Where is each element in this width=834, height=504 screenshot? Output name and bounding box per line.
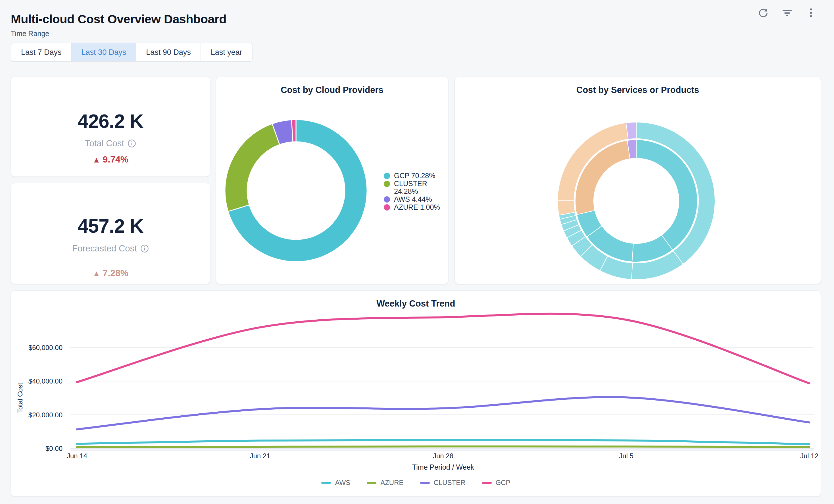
time-range-option-last-30-days[interactable]: Last 30 Days bbox=[72, 43, 137, 61]
legend-swatch bbox=[482, 482, 492, 484]
kpi-card-forecasted-cost: 457.2 K Forecasted Cost ▲7.28% bbox=[11, 183, 210, 284]
legend-item-azure[interactable]: AZURE 1.00% bbox=[384, 203, 442, 211]
chart-card-cost-by-services: Cost by Services or Products bbox=[455, 77, 821, 284]
kpi-card-total-cost: 426.2 K Total Cost ▲9.74% bbox=[11, 77, 210, 177]
sunburst-outer-segment-12 bbox=[626, 122, 636, 139]
legend-label: AZURE 1.00% bbox=[394, 203, 440, 211]
total-cost-delta: ▲9.74% bbox=[11, 154, 210, 165]
info-icon[interactable] bbox=[140, 244, 149, 253]
x-tick-label: Jun 14 bbox=[67, 452, 87, 460]
legend-swatch bbox=[367, 482, 376, 484]
forecasted-cost-label: Forecasted Cost bbox=[72, 243, 137, 254]
y-tick-label: $60,000.00 bbox=[28, 344, 63, 351]
time-range-option-last-7-days[interactable]: Last 7 Days bbox=[12, 43, 72, 61]
donut-segment-cluster bbox=[225, 124, 280, 211]
toolbar bbox=[758, 7, 816, 18]
x-tick-label: Jul 5 bbox=[619, 452, 633, 460]
legend-item-cluster[interactable]: CLUSTER 24.28% bbox=[384, 180, 442, 195]
y-tick-label: $0.00 bbox=[45, 445, 63, 452]
weekly-legend-item-gcp[interactable]: GCP bbox=[482, 479, 510, 487]
time-range-label: Time Range bbox=[11, 29, 49, 38]
chart-card-cost-by-cloud-providers: Cost by Cloud Providers GCP 70.28%CLUSTE… bbox=[216, 77, 448, 284]
more-vertical-icon[interactable] bbox=[806, 7, 816, 18]
time-range-option-last-90-days[interactable]: Last 90 Days bbox=[136, 43, 201, 61]
sunburst-outer-segment-10 bbox=[557, 200, 575, 215]
weekly-trend-line-chart[interactable]: $60,000.00$40,000.00$20,000.00$0.00Jun 1… bbox=[11, 291, 821, 496]
forecasted-cost-value: 457.2 K bbox=[11, 215, 210, 237]
up-triangle-icon: ▲ bbox=[93, 155, 101, 164]
y-tick-label: $20,000.00 bbox=[28, 411, 63, 419]
legend-label: GCP 70.28% bbox=[394, 172, 435, 179]
legend-item-gcp[interactable]: GCP 70.28% bbox=[384, 172, 442, 179]
legend-dot bbox=[384, 196, 390, 202]
y-axis-title: Total Cost bbox=[16, 383, 24, 413]
legend-dot bbox=[384, 204, 390, 211]
page-title: Multi-cloud Cost Overview Dashboard bbox=[11, 12, 226, 26]
chart-card-weekly-cost-trend: Weekly Cost Trend $60,000.00$40,000.00$2… bbox=[11, 290, 821, 497]
x-tick-label: Jun 21 bbox=[250, 452, 270, 460]
services-sunburst-chart[interactable] bbox=[455, 77, 821, 284]
legend-dot bbox=[384, 181, 390, 187]
time-range-button-group: Last 7 DaysLast 30 DaysLast 90 DaysLast … bbox=[11, 43, 253, 62]
legend-label: AWS 4.44% bbox=[394, 195, 432, 203]
refresh-icon[interactable] bbox=[758, 7, 769, 18]
x-tick-label: Jul 12 bbox=[800, 452, 818, 460]
weekly-legend-item-cluster[interactable]: CLUSTER bbox=[420, 479, 466, 487]
filter-icon[interactable] bbox=[782, 7, 792, 18]
legend-dot bbox=[384, 173, 390, 179]
x-axis-title: Time Period / Week bbox=[412, 463, 475, 471]
legend-label: CLUSTER bbox=[434, 479, 466, 487]
legend-swatch bbox=[321, 482, 331, 484]
providers-legend: GCP 70.28%CLUSTER 24.28%AWS 4.44%AZURE 1… bbox=[384, 172, 442, 211]
weekly-legend-item-azure[interactable]: AZURE bbox=[367, 479, 403, 487]
legend-item-aws[interactable]: AWS 4.44% bbox=[384, 195, 442, 203]
total-cost-label: Total Cost bbox=[85, 138, 124, 149]
total-cost-label-row: Total Cost bbox=[11, 138, 210, 149]
total-cost-value: 426.2 K bbox=[11, 110, 210, 132]
series-line-azure bbox=[77, 446, 809, 447]
forecasted-cost-label-row: Forecasted Cost bbox=[11, 243, 210, 254]
info-icon[interactable] bbox=[128, 139, 136, 148]
x-tick-label: Jun 28 bbox=[433, 452, 453, 460]
forecasted-cost-delta: ▲7.28% bbox=[11, 268, 210, 279]
legend-label: AWS bbox=[335, 479, 350, 487]
weekly-legend-item-aws[interactable]: AWS bbox=[321, 479, 350, 487]
series-line-aws bbox=[77, 440, 809, 444]
legend-label: GCP bbox=[496, 479, 510, 487]
legend-label: CLUSTER 24.28% bbox=[394, 180, 442, 195]
series-line-gcp bbox=[77, 314, 809, 383]
time-range-option-last-year[interactable]: Last year bbox=[201, 43, 252, 61]
legend-label: AZURE bbox=[380, 479, 403, 487]
series-line-cluster bbox=[77, 397, 809, 430]
y-tick-label: $40,000.00 bbox=[28, 377, 63, 385]
legend-swatch bbox=[420, 482, 430, 484]
up-triangle-icon: ▲ bbox=[93, 269, 101, 278]
weekly-legend: AWSAZURECLUSTERGCP bbox=[11, 479, 821, 487]
